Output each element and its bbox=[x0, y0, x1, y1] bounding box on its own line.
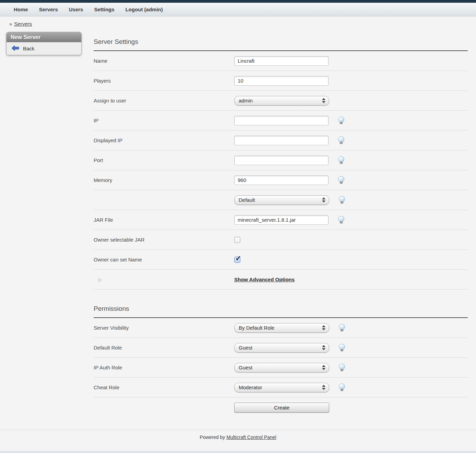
players-label: Players bbox=[94, 78, 234, 84]
create-button[interactable]: Create bbox=[234, 403, 329, 413]
row-default-role: Default Role Guest bbox=[94, 338, 468, 358]
row-owner-can-set-name: Owner can set Name bbox=[94, 250, 468, 270]
breadcrumb-servers-link[interactable]: Servers bbox=[14, 21, 32, 27]
bottom-strip bbox=[0, 451, 476, 453]
cheat-role-hint-bulb-icon[interactable] bbox=[338, 383, 345, 391]
permissions-heading: Permissions bbox=[94, 305, 468, 313]
name-input[interactable] bbox=[234, 56, 329, 66]
top-strip bbox=[0, 0, 476, 3]
ip-auth-role-select[interactable]: Guest bbox=[234, 363, 329, 372]
ip-label: IP bbox=[94, 118, 234, 123]
memory-label: Memory bbox=[94, 177, 234, 183]
players-input[interactable] bbox=[234, 76, 329, 86]
owner-selectable-jar-label: Owner selectable JAR bbox=[94, 237, 234, 243]
cheat-role-value: Moderator bbox=[239, 384, 322, 390]
ip-auth-role-value: Guest bbox=[239, 365, 322, 370]
row-memory: Memory bbox=[94, 170, 468, 190]
row-assign-to-user: Assign to user admin bbox=[94, 91, 468, 111]
row-owner-selectable-jar: Owner selectable JAR bbox=[94, 230, 468, 250]
nav-list: Home Servers Users Settings Logout (admi… bbox=[0, 7, 163, 12]
row-name: Name bbox=[94, 51, 468, 71]
jar-file-hint-bulb-icon[interactable] bbox=[338, 216, 345, 224]
ip-auth-role-hint-bulb-icon[interactable] bbox=[338, 364, 345, 371]
server-visibility-label: Server Visibility bbox=[94, 325, 234, 331]
row-server-visibility: Server Visibility By Default Role bbox=[94, 318, 468, 338]
row-jar-file: JAR File bbox=[94, 210, 468, 230]
port-hint-bulb-icon[interactable] bbox=[338, 156, 345, 164]
row-players: Players bbox=[94, 71, 468, 91]
displayed-ip-hint-bulb-icon[interactable] bbox=[338, 136, 345, 144]
ip-input[interactable] bbox=[234, 116, 329, 125]
memory-profile-hint-bulb-icon[interactable] bbox=[338, 196, 345, 204]
back-arrow-icon bbox=[11, 45, 19, 52]
displayed-ip-label: Displayed IP bbox=[94, 137, 234, 143]
row-memory-profile: Default bbox=[94, 190, 468, 210]
footer: Powered by Multicraft Control Panel bbox=[0, 430, 476, 440]
select-arrows-icon bbox=[322, 345, 325, 350]
row-cheat-role: Cheat Role Moderator bbox=[94, 378, 468, 397]
show-advanced-options-link[interactable]: Show Advanced Options bbox=[234, 277, 295, 282]
owner-can-set-name-checkbox[interactable] bbox=[234, 257, 240, 263]
select-arrows-icon bbox=[322, 385, 325, 390]
default-role-value: Guest bbox=[239, 345, 322, 351]
assign-to-user-select[interactable]: admin bbox=[234, 96, 329, 106]
server-settings-heading: Server Settings bbox=[94, 38, 468, 46]
server-visibility-hint-bulb-icon[interactable] bbox=[338, 324, 345, 332]
port-input[interactable] bbox=[234, 156, 329, 165]
nav-item-servers[interactable]: Servers bbox=[39, 7, 58, 12]
server-visibility-select[interactable]: By Default Role bbox=[234, 323, 329, 333]
memory-hint-bulb-icon[interactable] bbox=[338, 176, 345, 184]
main-navbar: Home Servers Users Settings Logout (admi… bbox=[0, 3, 476, 16]
back-label: Back bbox=[23, 46, 34, 51]
row-create: Create bbox=[94, 397, 468, 417]
default-role-label: Default Role bbox=[94, 345, 234, 351]
owner-selectable-jar-checkbox[interactable] bbox=[234, 237, 240, 243]
jar-file-label: JAR File bbox=[94, 217, 234, 223]
assign-to-user-value: admin bbox=[239, 98, 322, 103]
cheat-role-label: Cheat Role bbox=[94, 384, 234, 390]
breadcrumb-marker: » bbox=[9, 21, 12, 27]
row-port: Port bbox=[94, 150, 468, 170]
ip-hint-bulb-icon[interactable] bbox=[338, 117, 345, 124]
row-advanced-options: ▷ Show Advanced Options bbox=[94, 270, 468, 290]
nav-item-users[interactable]: Users bbox=[69, 7, 83, 12]
back-button[interactable]: Back bbox=[7, 42, 81, 55]
nav-item-home[interactable]: Home bbox=[14, 7, 28, 12]
memory-input[interactable] bbox=[234, 175, 329, 185]
panel-title: New Server bbox=[7, 32, 81, 42]
jar-file-input[interactable] bbox=[234, 215, 329, 225]
select-arrows-icon bbox=[322, 197, 325, 203]
server-visibility-value: By Default Role bbox=[239, 325, 322, 331]
owner-can-set-name-label: Owner can set Name bbox=[94, 257, 234, 262]
memory-profile-select[interactable]: Default bbox=[234, 195, 329, 205]
row-ip-auth-role: IP Auth Role Guest bbox=[94, 358, 468, 378]
advanced-toggle-triangle-icon[interactable]: ▷ bbox=[98, 277, 102, 282]
footer-text: Powered by bbox=[200, 434, 226, 440]
row-ip: IP bbox=[94, 111, 468, 131]
select-arrows-icon bbox=[322, 98, 325, 103]
page: Home Servers Users Settings Logout (admi… bbox=[0, 0, 476, 453]
multicraft-link[interactable]: Multicraft Control Panel bbox=[226, 434, 276, 440]
ip-auth-role-label: IP Auth Role bbox=[94, 365, 234, 370]
nav-item-logout[interactable]: Logout (admin) bbox=[126, 7, 163, 12]
cheat-role-select[interactable]: Moderator bbox=[234, 383, 329, 392]
memory-profile-value: Default bbox=[239, 197, 322, 203]
displayed-ip-input[interactable] bbox=[234, 136, 329, 145]
port-label: Port bbox=[94, 157, 234, 163]
form-area: Server Settings Name Players Assign to u… bbox=[94, 30, 468, 417]
name-label: Name bbox=[94, 58, 234, 64]
select-arrows-icon bbox=[322, 365, 325, 370]
default-role-select[interactable]: Guest bbox=[234, 343, 329, 353]
new-server-panel: New Server Back bbox=[6, 32, 82, 55]
row-displayed-ip: Displayed IP bbox=[94, 131, 468, 150]
assign-to-user-label: Assign to user bbox=[94, 98, 234, 103]
nav-item-settings[interactable]: Settings bbox=[94, 7, 114, 12]
select-arrows-icon bbox=[322, 325, 325, 330]
default-role-hint-bulb-icon[interactable] bbox=[338, 344, 345, 352]
breadcrumb: »Servers bbox=[9, 21, 476, 27]
